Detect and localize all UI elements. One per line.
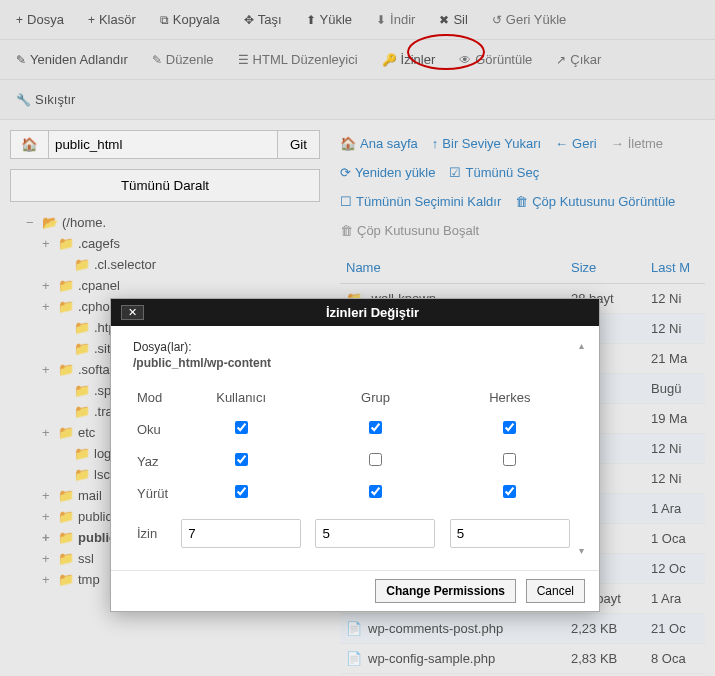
perm-user-input[interactable] <box>181 519 301 548</box>
cancel-button[interactable]: Cancel <box>526 579 585 603</box>
header-mode: Mod <box>133 382 174 413</box>
files-label: Dosya(lar): <box>133 340 577 354</box>
perm-row-label: Yaz <box>133 445 174 477</box>
perm-group-checkbox[interactable] <box>369 453 382 466</box>
file-path: /public_html/wp-content <box>133 356 577 370</box>
scroll-indicator: ▴▾ <box>579 340 593 556</box>
header-group: Grup <box>308 382 442 413</box>
header-world: Herkes <box>443 382 577 413</box>
perm-group-checkbox[interactable] <box>369 421 382 434</box>
header-user: Kullanıcı <box>174 382 308 413</box>
perm-world-input[interactable] <box>450 519 570 548</box>
perm-world-checkbox[interactable] <box>503 485 516 498</box>
perm-world-checkbox[interactable] <box>503 421 516 434</box>
perm-user-checkbox[interactable] <box>235 421 248 434</box>
close-icon[interactable]: ✕ <box>121 305 144 320</box>
perm-group-input[interactable] <box>315 519 435 548</box>
perm-row-label: Yürüt <box>133 477 174 509</box>
perm-world-checkbox[interactable] <box>503 453 516 466</box>
perm-user-checkbox[interactable] <box>235 453 248 466</box>
perm-group-checkbox[interactable] <box>369 485 382 498</box>
perm-user-checkbox[interactable] <box>235 485 248 498</box>
modal-title: İzinleri Değiştir <box>156 305 589 320</box>
perm-label: İzin <box>133 509 174 556</box>
perm-row-label: Oku <box>133 413 174 445</box>
permissions-modal: ✕ İzinleri Değiştir Dosya(lar): /public_… <box>110 298 600 612</box>
change-permissions-button[interactable]: Change Permissions <box>375 579 516 603</box>
